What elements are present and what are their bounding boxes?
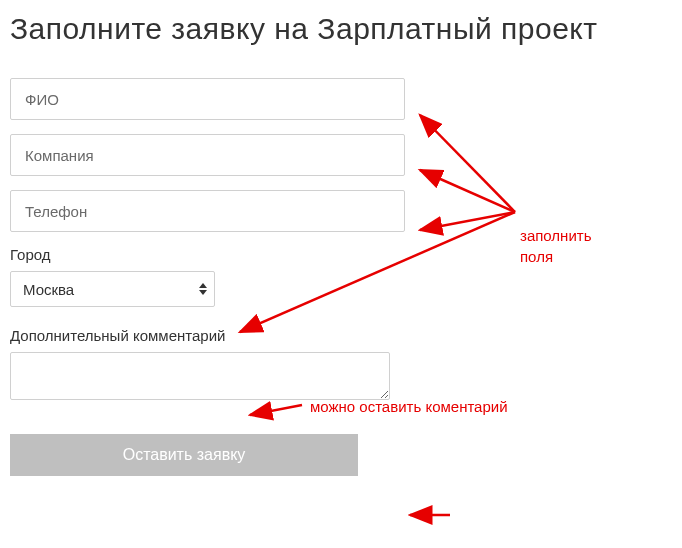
comment-textarea[interactable]: [10, 352, 390, 400]
svg-line-7: [250, 405, 302, 415]
svg-line-5: [420, 212, 515, 230]
submit-button[interactable]: Оставить заявку: [10, 434, 358, 476]
annotation-comment: можно оставить коментарий: [310, 398, 508, 415]
svg-line-4: [420, 170, 515, 212]
comment-label: Дополнительный комментарий: [10, 327, 672, 344]
annotation-fill-fields: заполнить поля: [520, 225, 591, 267]
company-input[interactable]: [10, 134, 405, 176]
page-title: Заполните заявку на Зарплатный проект: [10, 12, 672, 46]
fio-input[interactable]: [10, 78, 405, 120]
city-select[interactable]: Москва: [10, 271, 215, 307]
svg-line-3: [420, 115, 515, 212]
phone-input[interactable]: [10, 190, 405, 232]
